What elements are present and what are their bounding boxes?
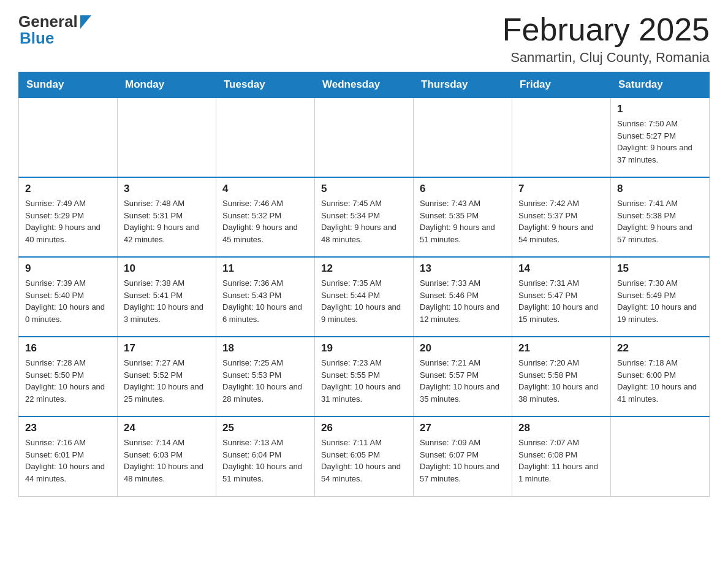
- day-info: Sunrise: 7:14 AMSunset: 6:03 PMDaylight:…: [124, 437, 210, 484]
- header-monday: Monday: [118, 72, 216, 98]
- day-info: Sunrise: 7:50 AMSunset: 5:27 PMDaylight:…: [617, 118, 703, 166]
- page-header: General Blue February 2025 Sanmartin, Cl…: [18, 12, 710, 66]
- day-info: Sunrise: 7:25 AMSunset: 5:53 PMDaylight:…: [222, 357, 308, 405]
- calendar-day-cell: 24Sunrise: 7:14 AMSunset: 6:03 PMDayligh…: [118, 416, 216, 496]
- calendar-day-cell: 3Sunrise: 7:48 AMSunset: 5:31 PMDaylight…: [118, 177, 216, 257]
- day-number: 15: [617, 262, 703, 275]
- day-info: Sunrise: 7:18 AMSunset: 6:00 PMDaylight:…: [617, 357, 703, 405]
- svg-marker-0: [80, 15, 91, 29]
- day-info: Sunrise: 7:42 AMSunset: 5:37 PMDaylight:…: [518, 197, 604, 245]
- calendar-day-cell: 14Sunrise: 7:31 AMSunset: 5:47 PMDayligh…: [512, 257, 611, 337]
- day-number: 12: [321, 262, 407, 275]
- day-info: Sunrise: 7:11 AMSunset: 6:05 PMDaylight:…: [321, 437, 407, 484]
- calendar-day-cell: 4Sunrise: 7:46 AMSunset: 5:32 PMDaylight…: [216, 177, 315, 257]
- day-number: 24: [124, 422, 210, 434]
- calendar-day-cell: [19, 98, 118, 177]
- calendar-day-cell: [414, 98, 512, 177]
- calendar-day-cell: 23Sunrise: 7:16 AMSunset: 6:01 PMDayligh…: [19, 416, 118, 496]
- day-number: 1: [617, 103, 703, 115]
- day-number: 17: [124, 342, 210, 354]
- logo-blue-text: Blue: [20, 29, 54, 47]
- calendar-day-cell: 15Sunrise: 7:30 AMSunset: 5:49 PMDayligh…: [611, 257, 710, 337]
- day-number: 27: [420, 422, 506, 434]
- header-wednesday: Wednesday: [315, 72, 414, 98]
- calendar-day-cell: 12Sunrise: 7:35 AMSunset: 5:44 PMDayligh…: [315, 257, 414, 337]
- day-info: Sunrise: 7:36 AMSunset: 5:43 PMDaylight:…: [222, 277, 308, 325]
- calendar-day-cell: 11Sunrise: 7:36 AMSunset: 5:43 PMDayligh…: [216, 257, 315, 337]
- calendar-day-cell: 10Sunrise: 7:38 AMSunset: 5:41 PMDayligh…: [118, 257, 216, 337]
- calendar-day-cell: 2Sunrise: 7:49 AMSunset: 5:29 PMDaylight…: [19, 177, 118, 257]
- calendar-day-cell: 25Sunrise: 7:13 AMSunset: 6:04 PMDayligh…: [216, 416, 315, 496]
- day-number: 28: [518, 422, 604, 434]
- day-number: 10: [124, 262, 210, 275]
- calendar-day-cell: 8Sunrise: 7:41 AMSunset: 5:38 PMDaylight…: [611, 177, 710, 257]
- day-info: Sunrise: 7:28 AMSunset: 5:50 PMDaylight:…: [25, 357, 111, 405]
- day-number: 21: [518, 342, 604, 354]
- calendar-day-cell: [216, 98, 315, 177]
- header-thursday: Thursday: [414, 72, 512, 98]
- day-number: 19: [321, 342, 407, 354]
- calendar-day-cell: 9Sunrise: 7:39 AMSunset: 5:40 PMDaylight…: [19, 257, 118, 337]
- day-info: Sunrise: 7:21 AMSunset: 5:57 PMDaylight:…: [420, 357, 506, 405]
- day-number: 25: [222, 422, 308, 434]
- title-area: February 2025 Sanmartin, Cluj County, Ro…: [502, 12, 710, 66]
- calendar-week-row: 16Sunrise: 7:28 AMSunset: 5:50 PMDayligh…: [19, 337, 710, 416]
- day-info: Sunrise: 7:13 AMSunset: 6:04 PMDaylight:…: [222, 437, 308, 484]
- day-info: Sunrise: 7:46 AMSunset: 5:32 PMDaylight:…: [222, 197, 308, 245]
- day-info: Sunrise: 7:33 AMSunset: 5:46 PMDaylight:…: [420, 277, 506, 325]
- header-friday: Friday: [512, 72, 611, 98]
- calendar-day-cell: [611, 416, 710, 496]
- calendar-week-row: 2Sunrise: 7:49 AMSunset: 5:29 PMDaylight…: [19, 177, 710, 257]
- day-info: Sunrise: 7:43 AMSunset: 5:35 PMDaylight:…: [420, 197, 506, 245]
- day-info: Sunrise: 7:07 AMSunset: 6:08 PMDaylight:…: [518, 437, 604, 484]
- calendar-day-cell: 27Sunrise: 7:09 AMSunset: 6:07 PMDayligh…: [414, 416, 512, 496]
- day-number: 14: [518, 262, 604, 275]
- calendar-title: February 2025: [502, 12, 710, 47]
- day-number: 2: [25, 183, 111, 195]
- day-info: Sunrise: 7:30 AMSunset: 5:49 PMDaylight:…: [617, 277, 703, 325]
- calendar-week-row: 1Sunrise: 7:50 AMSunset: 5:27 PMDaylight…: [19, 98, 710, 177]
- calendar-subtitle: Sanmartin, Cluj County, Romania: [502, 50, 710, 66]
- calendar-day-cell: [118, 98, 216, 177]
- day-number: 26: [321, 422, 407, 434]
- calendar-day-cell: 16Sunrise: 7:28 AMSunset: 5:50 PMDayligh…: [19, 337, 118, 416]
- header-sunday: Sunday: [19, 72, 118, 98]
- calendar-day-cell: 26Sunrise: 7:11 AMSunset: 6:05 PMDayligh…: [315, 416, 414, 496]
- day-info: Sunrise: 7:39 AMSunset: 5:40 PMDaylight:…: [25, 277, 111, 325]
- calendar-day-cell: [512, 98, 611, 177]
- calendar-day-cell: 20Sunrise: 7:21 AMSunset: 5:57 PMDayligh…: [414, 337, 512, 416]
- day-info: Sunrise: 7:38 AMSunset: 5:41 PMDaylight:…: [124, 277, 210, 325]
- day-info: Sunrise: 7:45 AMSunset: 5:34 PMDaylight:…: [321, 197, 407, 245]
- calendar-week-row: 9Sunrise: 7:39 AMSunset: 5:40 PMDaylight…: [19, 257, 710, 337]
- day-number: 16: [25, 342, 111, 354]
- day-number: 7: [518, 183, 604, 195]
- calendar-day-cell: 1Sunrise: 7:50 AMSunset: 5:27 PMDaylight…: [611, 98, 710, 177]
- day-number: 5: [321, 183, 407, 195]
- day-info: Sunrise: 7:16 AMSunset: 6:01 PMDaylight:…: [25, 437, 111, 484]
- day-number: 9: [25, 262, 111, 275]
- calendar-day-cell: 7Sunrise: 7:42 AMSunset: 5:37 PMDaylight…: [512, 177, 611, 257]
- day-info: Sunrise: 7:48 AMSunset: 5:31 PMDaylight:…: [124, 197, 210, 245]
- day-info: Sunrise: 7:31 AMSunset: 5:47 PMDaylight:…: [518, 277, 604, 325]
- calendar-day-cell: 21Sunrise: 7:20 AMSunset: 5:58 PMDayligh…: [512, 337, 611, 416]
- day-number: 20: [420, 342, 506, 354]
- day-number: 3: [124, 183, 210, 195]
- calendar-day-cell: 18Sunrise: 7:25 AMSunset: 5:53 PMDayligh…: [216, 337, 315, 416]
- day-number: 11: [222, 262, 308, 275]
- day-number: 22: [617, 342, 703, 354]
- calendar-table: Sunday Monday Tuesday Wednesday Thursday…: [18, 72, 710, 497]
- day-number: 18: [222, 342, 308, 354]
- day-info: Sunrise: 7:35 AMSunset: 5:44 PMDaylight:…: [321, 277, 407, 325]
- header-tuesday: Tuesday: [216, 72, 315, 98]
- calendar-day-cell: 6Sunrise: 7:43 AMSunset: 5:35 PMDaylight…: [414, 177, 512, 257]
- day-info: Sunrise: 7:27 AMSunset: 5:52 PMDaylight:…: [124, 357, 210, 405]
- day-number: 13: [420, 262, 506, 275]
- day-info: Sunrise: 7:20 AMSunset: 5:58 PMDaylight:…: [518, 357, 604, 405]
- calendar-day-cell: 13Sunrise: 7:33 AMSunset: 5:46 PMDayligh…: [414, 257, 512, 337]
- calendar-day-cell: 5Sunrise: 7:45 AMSunset: 5:34 PMDaylight…: [315, 177, 414, 257]
- header-saturday: Saturday: [611, 72, 710, 98]
- logo-flag-icon: [79, 15, 93, 29]
- weekday-header-row: Sunday Monday Tuesday Wednesday Thursday…: [19, 72, 710, 98]
- calendar-day-cell: 19Sunrise: 7:23 AMSunset: 5:55 PMDayligh…: [315, 337, 414, 416]
- day-info: Sunrise: 7:41 AMSunset: 5:38 PMDaylight:…: [617, 197, 703, 245]
